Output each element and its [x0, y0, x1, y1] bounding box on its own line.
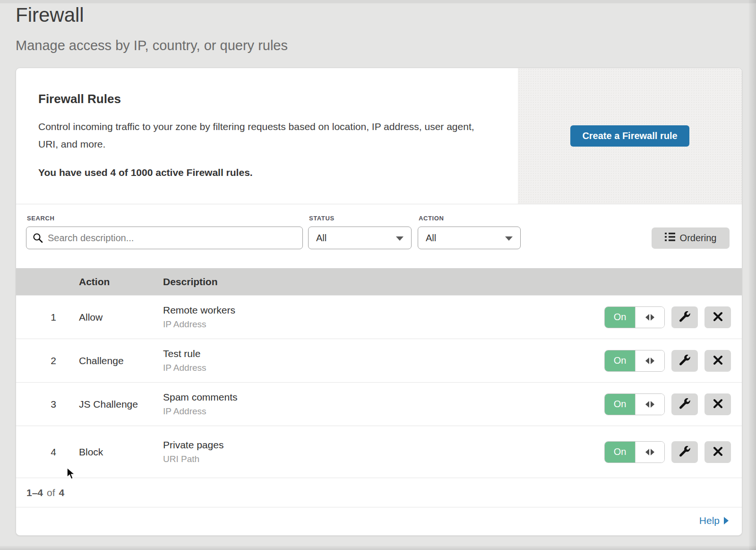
page-subtitle: Manage access by IP, country, or query r…: [16, 38, 288, 53]
rule-description: Remote workers: [163, 305, 604, 316]
wrench-icon: [679, 355, 690, 367]
delete-rule-button[interactable]: [704, 441, 731, 463]
rule-number: 2: [16, 355, 79, 367]
toggle-arrows-icon: [635, 394, 664, 415]
rule-description: Test rule: [163, 348, 604, 359]
pagination-total: 4: [59, 487, 65, 498]
edit-rule-button[interactable]: [671, 441, 698, 463]
rule-action: Block: [79, 446, 163, 458]
table-row: 3 JS Challenge Spam comments IP Address …: [16, 382, 742, 426]
rule-enabled-toggle[interactable]: On: [604, 350, 665, 372]
create-rule-panel: Create a Firewall rule: [518, 68, 742, 204]
ordered-list-icon: [665, 232, 675, 244]
edit-rule-button[interactable]: [671, 393, 698, 415]
section-description: Control incoming traffic to your zone by…: [38, 118, 492, 153]
rule-controls: On: [604, 306, 731, 328]
rule-controls: On: [604, 350, 731, 372]
close-icon: [713, 446, 723, 458]
rule-enabled-toggle[interactable]: On: [604, 393, 665, 415]
rule-match-type: IP Address: [163, 406, 604, 417]
status-label: STATUS: [309, 215, 335, 222]
toggle-on-label: On: [605, 394, 635, 415]
wrench-icon: [679, 446, 690, 458]
chevron-down-icon: [396, 236, 404, 241]
rule-description-cell: Spam comments IP Address: [163, 392, 604, 417]
rule-match-type: IP Address: [163, 319, 604, 330]
search-field-wrap: [26, 227, 303, 249]
action-select-value: All: [426, 233, 436, 244]
right-edge-shade: [749, 0, 756, 550]
rule-description-cell: Private pages URI Path: [163, 439, 604, 464]
search-icon: [33, 233, 43, 245]
rule-description-cell: Test rule IP Address: [163, 348, 604, 373]
arrow-right-icon: [724, 517, 729, 524]
wrench-icon: [679, 311, 690, 323]
toggle-arrows-icon: [635, 442, 664, 463]
toggle-arrows-icon: [635, 307, 664, 328]
delete-rule-button[interactable]: [704, 393, 731, 415]
status-select-value: All: [316, 233, 326, 244]
close-icon: [713, 355, 723, 367]
edit-rule-button[interactable]: [671, 350, 698, 372]
rule-match-type: URI Path: [163, 454, 604, 464]
ordering-button-label: Ordering: [680, 233, 717, 244]
wrench-icon: [679, 398, 690, 410]
ordering-button[interactable]: Ordering: [652, 227, 730, 249]
rule-enabled-toggle[interactable]: On: [604, 306, 665, 328]
rule-description: Spam comments: [163, 392, 604, 403]
table-row: 4 Block Private pages URI Path On: [16, 426, 742, 478]
close-icon: [713, 312, 723, 323]
pagination-range: 1–4: [26, 487, 43, 498]
search-label: SEARCH: [27, 215, 55, 222]
toggle-arrows-icon: [635, 350, 664, 371]
rule-controls: On: [604, 393, 731, 415]
rule-action: Challenge: [79, 355, 163, 367]
close-icon: [713, 399, 723, 410]
help-link[interactable]: Help: [699, 515, 729, 526]
action-label: ACTION: [419, 215, 444, 222]
column-header-action: Action: [79, 276, 163, 288]
rule-description: Private pages: [163, 439, 604, 451]
toggle-on-label: On: [605, 442, 635, 463]
rule-number: 3: [16, 399, 79, 410]
pagination-of: of: [47, 487, 55, 498]
top-strip: [0, 0, 756, 3]
rule-action: Allow: [79, 312, 163, 323]
bottom-edge-shade: [0, 546, 756, 550]
create-firewall-rule-button[interactable]: Create a Firewall rule: [570, 125, 689, 147]
filters-bar: SEARCH STATUS All ACTION All Ordering: [16, 204, 742, 268]
firewall-rules-card: Firewall Rules Control incoming traffic …: [16, 68, 742, 536]
intro-section: Firewall Rules Control incoming traffic …: [16, 68, 742, 204]
table-row: 2 Challenge Test rule IP Address On: [16, 339, 742, 382]
toggle-on-label: On: [605, 350, 635, 371]
search-input[interactable]: [26, 227, 303, 249]
rule-number: 4: [16, 446, 79, 458]
status-select[interactable]: All: [308, 227, 412, 249]
table-row: 1 Allow Remote workers IP Address On: [16, 295, 742, 339]
table-header: Action Description: [16, 268, 742, 295]
column-header-description: Description: [163, 276, 218, 288]
toggle-on-label: On: [605, 307, 635, 328]
rule-description-cell: Remote workers IP Address: [163, 305, 604, 330]
delete-rule-button[interactable]: [704, 306, 731, 328]
rule-match-type: IP Address: [163, 363, 604, 373]
edit-rule-button[interactable]: [671, 306, 698, 328]
rule-number: 1: [16, 312, 79, 323]
chevron-down-icon: [505, 236, 513, 241]
pagination: 1–4 of 4: [16, 478, 742, 507]
card-footer: Help: [16, 507, 742, 533]
rule-enabled-toggle[interactable]: On: [604, 441, 665, 463]
rule-controls: On: [604, 441, 731, 463]
page-title: Firewall: [16, 4, 84, 26]
action-select[interactable]: All: [418, 227, 521, 249]
help-link-label: Help: [699, 515, 720, 526]
rule-action: JS Challenge: [79, 399, 163, 410]
delete-rule-button[interactable]: [704, 350, 731, 372]
